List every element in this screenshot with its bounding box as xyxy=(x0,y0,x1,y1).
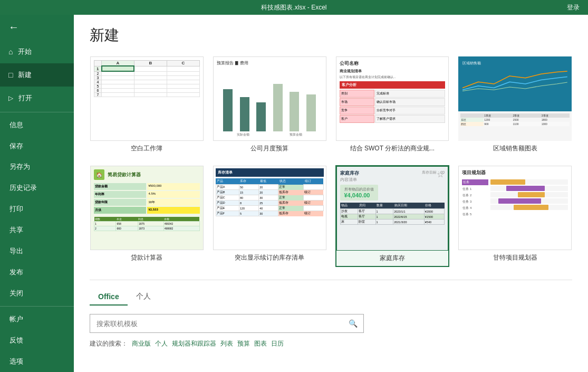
tabs-section: Office 个人 🔍 建议的搜索： 商业版 个人 规划器和跟踪器 列表 预算 … xyxy=(90,280,572,348)
template-card-swot[interactable]: 公司名称 商业规划清单 以下所有项目需在商业计划完成前确认... 客户分析 类别… xyxy=(335,56,450,157)
template-thumb-loan: 🏠 简易贷款计算器 贷款金额 ¥500,000 年利率 4.5% 贷款年限 30… xyxy=(90,166,204,250)
template-thumb-region: 区域销售额 1季度2季度3季度 东区120015001800 xyxy=(458,56,572,141)
export-label: 导出 xyxy=(9,246,23,256)
divider-2 xyxy=(0,306,74,307)
template-thumb-swot: 公司名称 商业规划清单 以下所有项目需在商业计划完成前确认... 客户分析 类别… xyxy=(336,56,449,141)
sidebar-item-info[interactable]: 信息 xyxy=(0,115,74,136)
template-label-blank: 空白工作簿 xyxy=(90,141,204,156)
sidebar-item-feedback[interactable]: 反馈 xyxy=(0,330,74,351)
sidebar-item-account[interactable]: 帐户 xyxy=(0,309,74,330)
account-label: 帐户 xyxy=(9,314,23,324)
template-card-blank[interactable]: A B C 1 xyxy=(90,56,204,157)
template-card-budget[interactable]: 预算报告 ▊ 费用 xyxy=(213,56,327,157)
sidebar-item-close[interactable]: 关闭 xyxy=(0,283,74,304)
back-icon: ← xyxy=(8,21,19,33)
sidebar-new-label: 新建 xyxy=(18,70,32,80)
suggestion-tag-6[interactable]: 日历 xyxy=(271,339,284,348)
suggestion-tag-1[interactable]: 个人 xyxy=(155,339,168,348)
title-bar: 科技感图表.xlsx - Excel 登录 xyxy=(0,0,588,15)
sidebar-item-home[interactable]: ⌂ 开始 xyxy=(0,40,74,63)
new-icon: □ xyxy=(8,71,13,79)
search-icon: 🔍 xyxy=(349,319,358,328)
template-label-swot: 结合 SWOT 分析法的商业规... xyxy=(336,141,449,156)
share-label: 共享 xyxy=(9,225,23,235)
sidebar-item-options[interactable]: 选项 xyxy=(0,351,74,372)
template-thumb-inventory: 库存清单 产品 库存 最低 状态 续订 产品A5020正常 产品B1520低库存… xyxy=(213,166,326,250)
template-label-budget: 公司月度预算 xyxy=(213,141,326,156)
sidebar-item-print[interactable]: 打印 xyxy=(0,198,74,220)
sidebar-item-save[interactable]: 保存 xyxy=(0,136,74,157)
search-row: 🔍 xyxy=(90,314,364,333)
sidebar: ← ⌂ 开始 □ 新建 ▷ 打开 信息 保存 另存为 历史记录 打印 xyxy=(0,15,74,372)
sidebar-bottom: 帐户 反馈 选项 xyxy=(0,309,74,372)
template-card-inventory[interactable]: 库存清单 产品 库存 最低 状态 续订 产品A5020正常 产品B1520低库存… xyxy=(213,165,327,267)
suggestion-tag-0[interactable]: 商业版 xyxy=(132,339,151,348)
sidebar-item-share[interactable]: 共享 xyxy=(0,220,74,241)
sidebar-item-new[interactable]: □ 新建 xyxy=(0,63,74,87)
star-icon[interactable]: ☆ xyxy=(437,169,444,179)
template-thumb-gantt: 项目规划器 任务 任务 1 任务 2 任务 3 任务 4 任务 5 xyxy=(458,166,572,250)
suggestion-tag-4[interactable]: 预算 xyxy=(237,339,250,348)
sidebar-item-open[interactable]: ▷ 打开 xyxy=(0,87,74,110)
template-label-home-inventory: 家庭库存 xyxy=(336,251,449,266)
tab-personal[interactable]: 个人 xyxy=(128,289,159,306)
feedback-label: 反馈 xyxy=(9,336,23,345)
saveas-label: 另存为 xyxy=(9,162,30,171)
suggestion-tag-3[interactable]: 列表 xyxy=(220,339,233,348)
template-card-region[interactable]: 区域销售额 1季度2季度3季度 东区120015001800 xyxy=(458,56,572,157)
page-title: 新建 xyxy=(90,25,572,45)
tab-row: Office 个人 xyxy=(90,289,572,306)
title-bar-text: 科技感图表.xlsx - Excel xyxy=(261,3,326,12)
sidebar-item-publish[interactable]: 发布 xyxy=(0,262,74,283)
sidebar-item-export[interactable]: 导出 xyxy=(0,241,74,262)
search-button[interactable]: 🔍 xyxy=(342,314,363,332)
template-label-gantt: 甘特项目规划器 xyxy=(458,250,572,265)
divider-1 xyxy=(0,112,74,112)
template-label-loan: 贷款计算器 xyxy=(90,250,204,265)
info-label: 信息 xyxy=(9,120,23,130)
sidebar-open-label: 打开 xyxy=(18,93,32,103)
save-label: 保存 xyxy=(9,141,23,151)
template-label-inventory: 突出显示续订的库存清单 xyxy=(213,250,326,265)
suggestion-tag-2[interactable]: 规划器和跟踪器 xyxy=(172,339,216,348)
main-content: 新建 A B C xyxy=(74,15,588,372)
login-button[interactable]: 登录 xyxy=(567,3,580,12)
suggestion-tag-5[interactable]: 图表 xyxy=(254,339,267,348)
template-thumb-budget: 预算报告 ▊ 费用 xyxy=(213,56,326,141)
open-icon: ▷ xyxy=(8,94,13,102)
search-input[interactable] xyxy=(90,320,342,328)
template-thumb-blank: A B C 1 xyxy=(90,56,204,141)
print-label: 打印 xyxy=(9,204,23,214)
suggestions-row: 建议的搜索： 商业版 个人 规划器和跟踪器 列表 预算 图表 日历 xyxy=(90,339,572,348)
template-grid: A B C 1 xyxy=(90,56,572,267)
options-label: 选项 xyxy=(9,357,23,366)
sidebar-item-history[interactable]: 历史记录 xyxy=(0,177,74,198)
home-icon: ⌂ xyxy=(8,47,13,56)
template-label-region: 区域销售额图表 xyxy=(458,141,572,156)
close-label: 关闭 xyxy=(9,289,23,298)
sidebar-item-saveas[interactable]: 另存为 xyxy=(0,157,74,178)
template-card-loan[interactable]: 🏠 简易贷款计算器 贷款金额 ¥500,000 年利率 4.5% 贷款年限 30… xyxy=(90,165,204,267)
publish-label: 发布 xyxy=(9,268,23,277)
suggestions-label: 建议的搜索： xyxy=(90,339,128,348)
tab-office[interactable]: Office xyxy=(90,289,128,306)
template-thumb-home-inventory: 家庭库存 内容清单 库存目标：20 所有物品的总价值 ¥4,040.00 xyxy=(336,166,449,251)
template-card-home-inventory[interactable]: 家庭库存 内容清单 库存目标：20 所有物品的总价值 ¥4,040.00 xyxy=(335,165,450,267)
history-label: 历史记录 xyxy=(9,183,37,193)
back-button[interactable]: ← xyxy=(0,15,74,40)
template-card-gantt[interactable]: 项目规划器 任务 任务 1 任务 2 任务 3 任务 4 任务 5 xyxy=(458,165,572,267)
sidebar-home-label: 开始 xyxy=(18,47,32,56)
